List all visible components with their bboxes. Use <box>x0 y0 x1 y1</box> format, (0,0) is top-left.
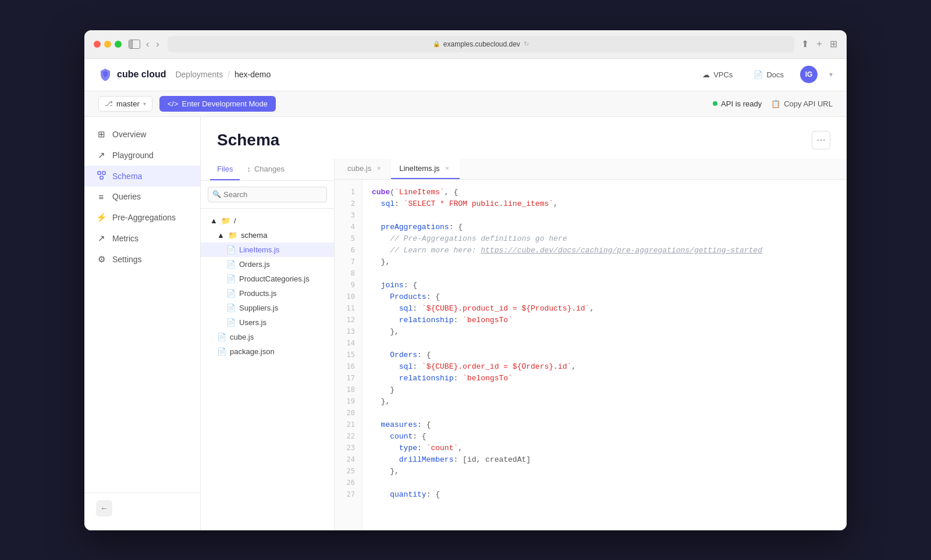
playground-icon: ↗ <box>96 150 106 160</box>
sidebar-label-overview: Overview <box>112 130 146 139</box>
editor-tab-cubejs-label: cube.js <box>347 164 371 173</box>
tree-lineitems-label: LineItems.js <box>239 245 279 254</box>
line-num-21: 21 <box>335 419 362 431</box>
avatar[interactable]: IG <box>800 66 818 83</box>
new-tab-icon[interactable]: ＋ <box>815 38 824 50</box>
sidebar-label-queries: Queries <box>112 192 141 201</box>
line-num-5: 5 <box>335 233 362 245</box>
line-num-23: 23 <box>335 443 362 454</box>
tree-productcategories-label: ProductCategories.js <box>239 274 310 283</box>
reload-icon[interactable]: ↻ <box>524 40 529 48</box>
tree-suppliers-label: Suppliers.js <box>239 304 278 312</box>
tree-schema-folder[interactable]: ▲ 📁 schema <box>201 228 334 242</box>
sidebar-item-queries[interactable]: ≡ Queries <box>84 187 200 207</box>
close-button[interactable] <box>94 41 101 48</box>
traffic-lights <box>94 41 122 48</box>
file-icon-packagejson: 📄 <box>217 347 226 356</box>
tree-products[interactable]: 📄 Products.js <box>201 286 334 301</box>
branch-label: master <box>116 99 140 108</box>
file-tree: ▲ 📁 / ▲ 📁 schema 📄 Li <box>201 209 334 530</box>
sidebar-label-pre-agg: Pre-Aggregations <box>112 213 176 222</box>
sidebar-item-overview[interactable]: ⊞ Overview <box>84 124 200 145</box>
minimize-button[interactable] <box>104 41 111 48</box>
tree-orders[interactable]: 📄 Orders.js <box>201 257 334 272</box>
more-button[interactable]: ⋯ <box>812 131 830 149</box>
sidebar-toggle[interactable] <box>129 40 140 49</box>
tree-packagejson[interactable]: 📄 package.json <box>201 344 334 359</box>
back-button[interactable]: ‹ <box>145 39 150 49</box>
line-num-1: 1 <box>335 187 362 198</box>
dev-mode-button[interactable]: </> Enter Development Mode <box>159 96 276 112</box>
line-num-22: 22 <box>335 431 362 443</box>
page-header: Schema ⋯ <box>201 117 847 159</box>
tree-productcategories[interactable]: 📄 ProductCategories.js <box>201 272 334 286</box>
tabs-icon[interactable]: ⊞ <box>830 38 837 49</box>
code-line-7: }, <box>372 256 847 268</box>
search-input[interactable] <box>208 187 327 202</box>
docs-icon: 📄 <box>754 70 763 79</box>
line-num-2: 2 <box>335 198 362 210</box>
sidebar-item-metrics[interactable]: ↗ Metrics <box>84 228 200 249</box>
copy-icon: 📋 <box>771 99 780 108</box>
share-icon[interactable]: ⬆ <box>801 38 809 49</box>
tree-suppliers[interactable]: 📄 Suppliers.js <box>201 301 334 315</box>
close-cubejs-tab[interactable]: × <box>375 164 383 172</box>
logo[interactable]: cube cloud <box>98 67 166 81</box>
copy-api-button[interactable]: 📋 Copy API URL <box>771 99 833 108</box>
collapse-button[interactable]: ← <box>96 500 112 516</box>
code-lines[interactable]: cube(`LineItems`, { sql: `SELECT * FROM … <box>363 180 847 530</box>
main-layout: ⊞ Overview ↗ Playground Schema ≡ <box>84 117 847 530</box>
tree-lineitems[interactable]: 📄 LineItems.js <box>201 242 334 257</box>
code-line-3 <box>372 210 847 222</box>
logo-icon <box>98 67 112 81</box>
branch-selector[interactable]: ⎇ master ▾ <box>98 96 152 112</box>
line-num-19: 19 <box>335 396 362 408</box>
close-lineitems-tab[interactable]: × <box>443 164 452 172</box>
code-content[interactable]: 1 2 3 4 5 6 7 8 9 10 11 12 13 <box>335 180 847 530</box>
code-line-8 <box>372 268 847 280</box>
vpcs-button[interactable]: ☁ VPCs <box>698 68 737 81</box>
svg-rect-2 <box>100 176 103 179</box>
tab-files[interactable]: Files <box>210 159 240 180</box>
settings-icon: ⚙ <box>96 254 106 265</box>
line-num-16: 16 <box>335 361 362 373</box>
tree-schema-label: schema <box>241 231 268 240</box>
address-bar[interactable]: 🔒 examples.cubecloud.dev ↻ <box>168 36 794 52</box>
line-num-7: 7 <box>335 256 362 268</box>
file-icon-suppliers: 📄 <box>226 304 236 312</box>
editor-tab-lineitems[interactable]: LineItems.js × <box>391 159 459 179</box>
tree-users[interactable]: 📄 Users.js <box>201 315 334 330</box>
code-line-26 <box>372 477 847 489</box>
sidebar-item-pre-aggregations[interactable]: ⚡ Pre-Aggregations <box>84 207 200 228</box>
schema-folder-collapse-icon: ▲ <box>217 231 225 240</box>
tree-products-label: Products.js <box>239 289 276 298</box>
file-icon-cubejs: 📄 <box>217 333 226 341</box>
browser-actions: ⬆ ＋ ⊞ <box>801 38 837 50</box>
breadcrumb-parent[interactable]: Deployments <box>175 70 223 79</box>
file-panel: Files ↕ Changes 🔍 <box>201 159 847 530</box>
tree-root[interactable]: ▲ 📁 / <box>201 213 334 228</box>
line-num-10: 10 <box>335 291 362 303</box>
dev-mode-label: Enter Development Mode <box>182 99 268 108</box>
avatar-chevron[interactable]: ▾ <box>829 70 833 79</box>
sidebar-item-settings[interactable]: ⚙ Settings <box>84 249 200 270</box>
line-num-26: 26 <box>335 477 362 489</box>
branch-chevron: ▾ <box>143 101 146 107</box>
code-line-23: type: `count`, <box>372 443 847 454</box>
api-status-label: API is ready <box>721 99 762 108</box>
logo-text: cube cloud <box>117 69 166 80</box>
editor-tab-cubejs[interactable]: cube.js × <box>339 159 391 179</box>
maximize-button[interactable] <box>115 41 122 48</box>
code-line-11: sql: `${CUBE}.product_id = ${Products}.i… <box>372 303 847 315</box>
tab-changes[interactable]: ↕ Changes <box>240 159 292 180</box>
sidebar-item-schema[interactable]: Schema <box>84 166 200 187</box>
forward-button[interactable]: › <box>155 39 160 49</box>
content-area: Schema ⋯ Files ↕ Changes <box>201 117 847 530</box>
breadcrumb: Deployments / hex-demo <box>175 70 271 79</box>
tree-cubejs[interactable]: 📄 cube.js <box>201 330 334 344</box>
sidebar-item-playground[interactable]: ↗ Playground <box>84 145 200 166</box>
code-line-2: sql: `SELECT * FROM public.line_items`, <box>372 198 847 210</box>
code-line-5: // Pre-Aggregations definitions go here <box>372 233 847 245</box>
docs-button[interactable]: 📄 Docs <box>749 68 788 81</box>
search-icon: 🔍 <box>212 190 221 198</box>
